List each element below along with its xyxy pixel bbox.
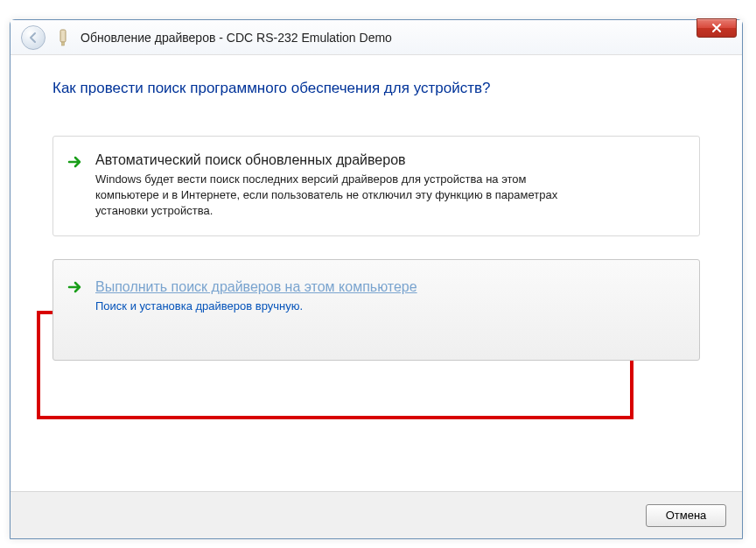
close-icon	[711, 23, 722, 33]
option-manual-description: Поиск и установка драйверов вручную.	[95, 299, 585, 314]
svg-rect-0	[60, 30, 66, 42]
window-title: Обновление драйверов - CDC RS-232 Emulat…	[80, 31, 392, 45]
option-auto-description: Windows будет вести поиск последних верс…	[95, 172, 585, 220]
arrow-right-icon	[67, 279, 83, 295]
wizard-header: Обновление драйверов - CDC RS-232 Emulat…	[10, 20, 742, 55]
wizard-footer: Отмена	[10, 491, 742, 538]
cancel-button[interactable]: Отмена	[646, 504, 726, 527]
main-heading: Как провести поиск программного обеспече…	[52, 80, 700, 97]
device-icon	[56, 29, 70, 46]
arrow-right-icon	[67, 154, 83, 170]
wizard-content: Как провести поиск программного обеспече…	[10, 55, 742, 538]
close-button[interactable]	[696, 18, 737, 38]
driver-update-wizard-window: Обновление драйверов - CDC RS-232 Emulat…	[10, 19, 743, 539]
option-manual-title: Выполнить поиск драйверов на этом компью…	[95, 279, 685, 295]
back-arrow-icon	[27, 32, 39, 44]
svg-rect-1	[62, 42, 65, 46]
back-button[interactable]	[21, 25, 46, 50]
option-auto-title: Автоматический поиск обновленных драйвер…	[95, 152, 685, 168]
option-auto-search[interactable]: Автоматический поиск обновленных драйвер…	[52, 136, 700, 236]
option-manual-search[interactable]: Выполнить поиск драйверов на этом компью…	[52, 259, 700, 361]
